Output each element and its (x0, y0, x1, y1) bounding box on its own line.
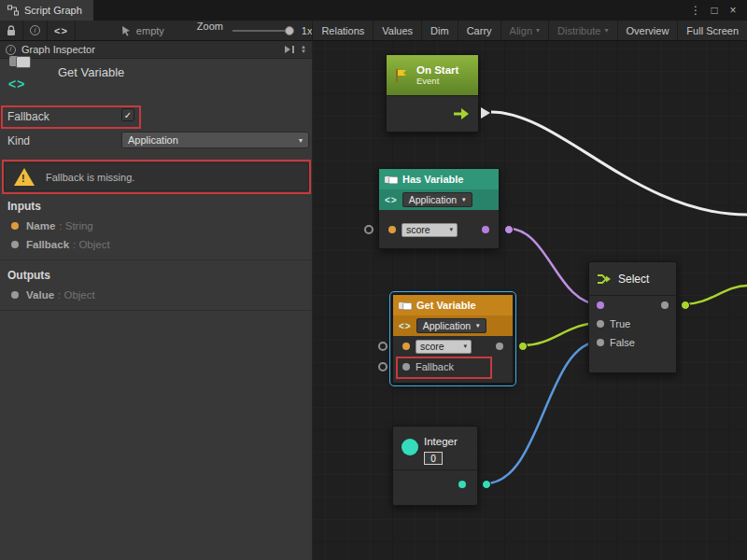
node-has-variable[interactable]: Has Variable <> Application ▾ score ▾ (378, 168, 500, 249)
value-output-dot[interactable] (496, 343, 503, 350)
name-input-dot[interactable] (388, 226, 396, 233)
node-integer[interactable]: Integer 0 (392, 426, 478, 506)
integer-output-port[interactable] (482, 480, 491, 489)
wire-hasvariable-to-select[interactable] (509, 229, 599, 304)
warning-box: ! Fallback is missing. (4, 162, 309, 191)
integer-value-field[interactable]: 0 (424, 452, 443, 465)
wire-select-output[interactable] (684, 286, 747, 304)
variable-name-dropdown[interactable]: score ▾ (402, 223, 458, 237)
get-variable-header: Get Variable (393, 295, 513, 315)
node-get-variable[interactable]: Get Variable <> Application ▾ score ▾ F (392, 294, 514, 384)
node-divider (393, 469, 477, 470)
zoom-slider-knob[interactable] (285, 26, 294, 35)
node-on-start[interactable]: On Start Event (386, 54, 479, 133)
fallback-port-label: Fallback (416, 361, 454, 372)
false-input-dot[interactable] (597, 339, 604, 346)
section-divider (0, 259, 312, 260)
carry-button[interactable]: Carry (458, 21, 500, 40)
zoom-label: Zoom (197, 21, 223, 40)
fallback-input-port[interactable] (378, 362, 388, 371)
false-port-label: False (610, 337, 635, 348)
inputs-header: Inputs (7, 200, 41, 213)
select-icon (597, 273, 612, 286)
result-output-port[interactable] (504, 225, 514, 234)
tab-label: Script Graph (24, 5, 82, 16)
port-dot-gray (11, 291, 19, 299)
zoom-value: 1x (302, 25, 313, 36)
dock-arrow-icon[interactable] (284, 45, 295, 54)
condition-input-dot[interactable] (597, 301, 604, 309)
lock-icon (7, 25, 16, 36)
kind-dropdown[interactable]: Application ▾ (121, 132, 309, 148)
info-icon: i (6, 45, 16, 55)
unity-visual-scripting-window: Script Graph ⋮ □ × i <> empty Zoom (0, 0, 747, 560)
code-view-button[interactable]: <> (48, 21, 76, 40)
wire-onstart-flow[interactable] (491, 112, 747, 215)
script-graph-icon (7, 5, 19, 16)
dim-button[interactable]: Dim (421, 21, 458, 40)
chevron-down-icon: ▾ (536, 26, 540, 35)
distribute-button[interactable]: Distribute▾ (548, 21, 616, 40)
lock-button[interactable] (0, 21, 23, 40)
close-icon[interactable]: × (725, 2, 741, 19)
fallback-checkbox[interactable]: ✓ (121, 108, 134, 121)
kind-label: Kind (7, 134, 30, 147)
bolt-code-icon: <> (399, 321, 412, 331)
select-header: Select (589, 262, 676, 296)
on-start-header: On Start Event (387, 55, 478, 96)
integer-icon (402, 439, 418, 455)
name-port-row: score ▾ (379, 219, 499, 240)
result-output-dot[interactable] (482, 226, 489, 233)
maximize-icon[interactable]: □ (706, 2, 723, 19)
flag-icon (393, 67, 410, 84)
inspector-header: i Graph Inspector ▲ ▼ (0, 41, 312, 59)
inspector-unit-title: Get Variable (58, 65, 124, 79)
chevron-down-icon: ▾ (449, 226, 453, 233)
name-input-port[interactable] (364, 225, 374, 234)
graph-toolbar: i <> empty Zoom 1x Relations Values Dim … (0, 21, 747, 41)
align-button[interactable]: Align▾ (500, 21, 548, 40)
name-input-port[interactable] (378, 342, 388, 351)
flow-arrow-icon (452, 106, 471, 121)
has-variable-kind-row: <> Application ▾ (379, 189, 499, 210)
cursor-icon (121, 25, 132, 36)
node-select[interactable]: Select True False (588, 261, 677, 373)
node-title: Has Variable (402, 174, 463, 185)
node-subtitle: Event (416, 76, 458, 86)
true-port-label: True (610, 318, 630, 329)
kind-dropdown[interactable]: Application ▾ (416, 318, 486, 333)
name-input-dot[interactable] (402, 343, 410, 350)
relations-button[interactable]: Relations (312, 21, 373, 40)
variable-name-dropdown[interactable]: score ▾ (416, 340, 472, 354)
node-title: Get Variable (416, 300, 476, 311)
chevron-down-icon: ▾ (476, 322, 480, 329)
selection-output-dot[interactable] (661, 301, 669, 309)
variables-icon (385, 176, 393, 183)
values-button[interactable]: Values (373, 21, 421, 40)
name-port-row: score ▾ (393, 336, 513, 357)
inspector-header-title: Graph Inspector (21, 44, 95, 55)
node-title: Select (618, 273, 649, 286)
inspector-toggle-button[interactable]: i (23, 21, 48, 40)
kind-dropdown[interactable]: Application ▾ (402, 192, 472, 207)
tab-script-graph[interactable]: Script Graph (0, 0, 93, 21)
input-row-fallback: Fallback : Object (11, 239, 110, 250)
true-port-row: True (589, 315, 676, 333)
zoom-slider[interactable] (233, 30, 292, 32)
value-output-port[interactable] (518, 342, 528, 351)
integer-output-dot[interactable] (458, 481, 466, 488)
chevron-down-icon: ▾ (605, 26, 609, 35)
flow-output-port[interactable] (481, 107, 490, 119)
on-start-body (387, 96, 478, 131)
fullscreen-button[interactable]: Full Screen (677, 21, 747, 40)
graph-inspector-panel: i Graph Inspector ▲ ▼ <> Get Variable Fa… (0, 41, 313, 560)
info-icon: i (30, 25, 40, 35)
true-input-dot[interactable] (597, 320, 604, 328)
window-menu-icon[interactable]: ⋮ (687, 2, 704, 19)
graph-canvas[interactable]: On Start Event Has Variable <> A (313, 41, 747, 560)
tab-scroll-buttons[interactable]: ▲ ▼ (301, 45, 306, 54)
selection-output-port[interactable] (681, 301, 690, 310)
code-icon: <> (54, 25, 68, 36)
fallback-input-dot[interactable] (402, 363, 410, 371)
overview-button[interactable]: Overview (617, 21, 678, 40)
